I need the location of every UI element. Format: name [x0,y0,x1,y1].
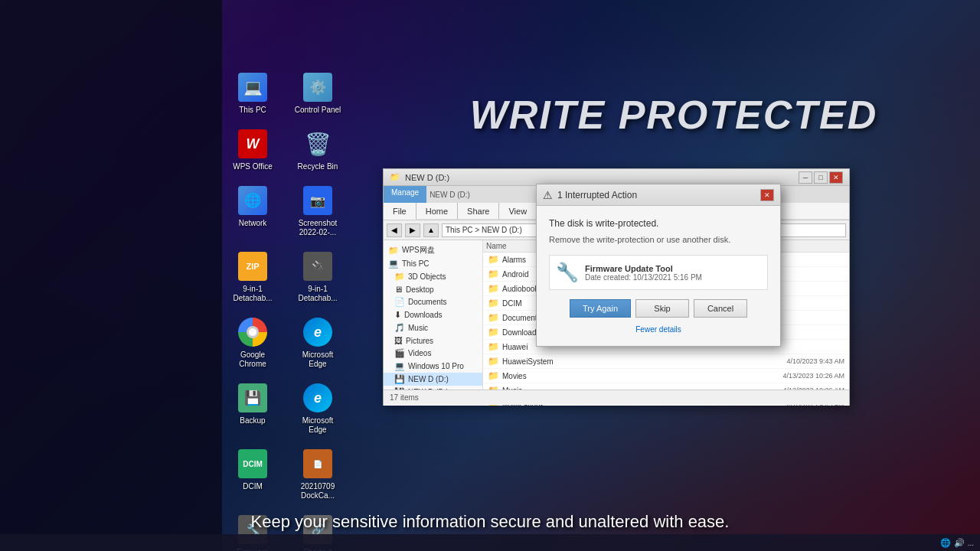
taskbar-network-icon: 🌐 [940,538,951,548]
edge2-icon: e [302,383,333,413]
skip-button[interactable]: Skip [635,299,689,318]
desktop-icon-network[interactable]: 🌐 Network [226,182,279,240]
tab-home[interactable]: Home [416,203,458,219]
sidebar-item-pictures[interactable]: 🖼 Pictures [384,334,482,347]
forward-button[interactable]: ▶ [405,223,420,237]
sidebar-item-win10[interactable]: 💻 Windows 10 Pro [384,360,482,373]
status-item-count: 17 items [390,393,419,402]
recycle-bin-icon: 🗑️ [302,129,333,159]
network-label: Network [239,219,267,228]
desktop-icon-dcim[interactable]: DCIM DCIM [226,445,279,504]
sidebar-icon-thispc: 💻 [388,259,399,269]
minimize-button[interactable]: ─ [799,171,812,184]
desktop-icon-screenshot[interactable]: 📷 Screenshot 2022-02-... [291,182,345,240]
taskbar-sound-icon: 🔊 [954,538,965,548]
sidebar-item-documents[interactable]: 📄 Documents [384,295,482,308]
dialog-close-button[interactable]: ✕ [760,189,774,201]
sidebar-icon-3dobjects: 📁 [394,272,405,282]
wps-label: WPS Office [233,162,273,171]
sidebar-icon-pictures: 🖼 [394,336,403,345]
desktop-icon-detach[interactable]: 🔌 9-in-1 Detachab... [291,248,345,306]
tab-manage[interactable]: Manage [384,186,426,203]
sidebar-label-downloads: Downloads [404,311,442,319]
sidebar-item-downloads[interactable]: ⬇ Downloads [384,308,482,321]
desktop-icon-edge[interactable]: e Microsoft Edge [291,314,345,372]
tab-view[interactable]: View [499,203,537,219]
file-explorer-controls: ─ □ ✕ [799,171,843,184]
file-date-huaweisystem: 4/10/2023 9:43 AM [753,357,844,365]
edge-icon: e [302,317,333,347]
sidebar-item-wpsdisk[interactable]: 📁 WPS网盘 [384,243,482,257]
desktop-icon-recycle-bin[interactable]: 🗑️ Recycle Bin [291,126,345,174]
control-panel-label: Control Panel [295,106,341,115]
file-explorer-statusbar: 17 items [384,390,849,405]
desktop-icon-backup[interactable]: 💾 Backup [226,380,279,438]
file-item-movies[interactable]: 📁 Movies 4/13/2023 10:26 AM [483,369,849,383]
desktop-icon-dockca[interactable]: 📄 20210709 DockCa... [291,445,345,504]
maximize-button[interactable]: □ [814,171,828,184]
sidebar-item-3dobjects[interactable]: 📁 3D Objects [384,270,482,283]
detach-label: 9-in-1 Detachab... [294,285,341,303]
desktop-icon-this-pc[interactable]: 💻 This PC [226,69,279,118]
tab-file[interactable]: File [384,203,416,220]
chrome-label: Google Chrome [229,350,276,369]
folder-icon-dcim: 📁 [488,298,499,308]
edge-label: Microsoft Edge [294,350,341,369]
file-item-huaweisystem[interactable]: 📁 HuaweiSystem 4/10/2023 9:43 AM [483,354,849,369]
desktop-icon-zip[interactable]: ZIP 9-in-1 Detachab... [226,248,279,306]
desktop-icon-chrome[interactable]: Google Chrome [226,314,279,372]
video-subtitle: Keep your sensitive information secure a… [0,512,980,532]
dialog-controls: ✕ [760,189,774,201]
up-button[interactable]: ▲ [423,223,439,237]
zip-label: 9-in-1 Detachab... [229,285,276,303]
sidebar-icon-desktop: 🖥 [394,285,403,294]
dialog-main-message: The disk is write-protected. [549,218,768,229]
try-again-button[interactable]: Try Again [570,299,631,318]
sidebar-item-videos[interactable]: 🎬 Videos [384,347,482,360]
control-panel-icon: ⚙️ [302,72,333,103]
sidebar-item-desktop[interactable]: 🖥 Desktop [384,283,482,295]
sidebar-icon-downloads: ⬇ [394,310,401,320]
wps-icon: W [237,129,268,159]
file-name-huaweisystem: HuaweiSystem [502,357,753,366]
sidebar-label-newd1: NEW D (D:) [408,375,449,383]
desktop-icon-wps[interactable]: W WPS Office [226,126,279,174]
dialog-body: The disk is write-protected. Remove the … [537,206,780,346]
desktop-icon-edge2[interactable]: e Microsoft Edge [291,380,345,438]
sidebar-item-music[interactable]: 🎵 Music [384,321,482,334]
cancel-button[interactable]: Cancel [694,299,747,318]
folder-icon-audiobooks: 📁 [488,283,499,294]
folder-icon-huawei: 📁 [488,341,499,352]
sidebar-label-win10: Windows 10 Pro [408,362,464,370]
taskbar: 🌐 🔊 ... [0,534,980,551]
folder-icon-android: 📁 [488,269,499,279]
dcim-label: DCIM [243,482,263,491]
dialog-action-buttons: Try Again Skip Cancel [549,299,768,318]
dialog-warning-icon: ⚠ [543,189,553,201]
edge2-label: Microsoft Edge [294,416,341,435]
close-button[interactable]: ✕ [829,171,843,184]
dialog-file-info: 🔧 Firmware Update Tool Date created: 10/… [549,255,768,290]
write-protected-heading: WRITE PROTECTED [368,92,980,138]
network-icon: 🌐 [237,185,268,216]
desktop-icon-control-panel[interactable]: ⚙️ Control Panel [291,69,345,118]
sidebar-icon-win10: 💻 [394,361,405,371]
back-button[interactable]: ◀ [387,223,402,237]
sidebar-item-newd1[interactable]: 💾 NEW D (D:) [384,373,482,386]
backup-label: Backup [240,416,265,425]
dcim-icon: DCIM [237,448,268,479]
sidebar-item-thispc[interactable]: 💻 This PC [384,257,482,270]
file-explorer-sidebar: 📁 WPS网盘 💻 This PC 📁 3D Objects 🖥 Desktop… [384,240,483,406]
folder-icon: 📁 [390,172,400,182]
folder-icon-movies: 📁 [488,370,499,381]
dialog-file-name: Firmware Update Tool [585,264,702,273]
dialog-title: ⚠ 1 Interrupted Action [543,189,637,201]
detach-icon: 🔌 [302,251,333,282]
dialog-file-date: Date created: 10/13/2021 5:16 PM [585,273,702,282]
fewer-details-link[interactable]: Fewer details [549,325,768,334]
sidebar-label-wpsdisk: WPS网盘 [402,245,435,256]
this-pc-label: This PC [239,106,266,115]
tab-share[interactable]: Share [458,203,499,219]
dockca-icon: 📄 [302,448,333,479]
sidebar-label-pictures: Pictures [406,337,433,345]
